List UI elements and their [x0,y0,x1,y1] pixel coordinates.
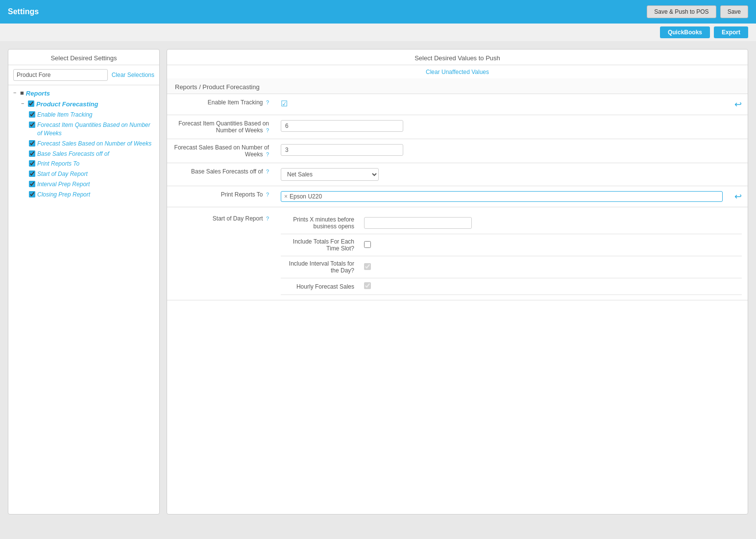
section-title: Reports / Product Forecasting [167,78,748,94]
input-forecast-qty[interactable] [281,120,403,132]
tree-label-reports: Reports [26,89,50,98]
tree-checkbox-4[interactable] [29,160,35,167]
help-icon-forecast-sales[interactable]: ? [266,151,269,157]
action-enable-item-tracking: ↩ [729,94,748,115]
tree-label-4: Print Reports To [37,160,79,168]
select-base-sales[interactable]: Net Sales Gross Sales Average Sales [281,168,379,181]
subheader: QuickBooks Export [0,24,756,41]
left-panel-header: Select Desired Settings [8,49,159,65]
label-start-of-day: Start of Day Report ? [167,207,275,300]
sub-label-include-totals: Include Totals For Each Time Slot? [281,234,359,256]
tag-input-container[interactable]: × Epson U220 [281,191,723,202]
row-base-sales: Base Sales Forecasts off of ? Net Sales … [167,163,748,186]
tag-text-input[interactable] [324,193,719,200]
tree-checkbox-2[interactable] [29,140,35,147]
tag-epson: × Epson U220 [284,193,322,200]
quickbooks-button[interactable]: QuickBooks [660,26,710,38]
settings-table: Enable Item Tracking ? ☑ ↩ Forecast Item… [167,94,748,300]
tree-item-reports[interactable]: − ■ Reports [13,89,154,98]
label-base-sales: Base Sales Forecasts off of ? [167,163,275,186]
action-forecast-sales [729,139,748,163]
tree-label-3: Base Sales Forecasts off of [37,150,109,158]
checkbox-include-totals[interactable] [364,241,371,248]
tree-item-0[interactable]: Enable Item Tracking [29,111,154,119]
save-push-button[interactable]: Save & Push to POS [647,5,716,18]
clear-selections-link[interactable]: Clear Selections [112,72,154,78]
row-start-of-day: Start of Day Report ? Prints X minutes b… [167,207,748,300]
action-base-sales [729,163,748,186]
sub-label-prints-minutes: Prints X minutes before business opens [281,212,359,234]
sub-label-hourly-forecast: Hourly Forecast Sales [281,278,359,295]
tree-item-2[interactable]: Forecast Sales Based on Number of Weeks [29,140,154,148]
value-print-reports: × Epson U220 [275,186,729,207]
right-panel: Select Desired Values to Push Clear Unaf… [167,49,748,514]
checkbox-interval-totals [364,263,371,270]
tree-children-product-forecasting: Enable Item Tracking Forecast Item Quant… [21,111,154,198]
row-forecast-sales: Forecast Sales Based on Number of Weeks … [167,139,748,163]
header-buttons: Save & Push to POS Save [647,5,748,18]
label-enable-item-tracking: Enable Item Tracking ? [167,94,275,115]
tree-label-7: Closing Prep Report [37,191,90,199]
tree-label-product-forecasting: Product Forecasting [36,100,98,109]
search-row: Clear Selections [8,65,159,85]
tree-checkbox-1[interactable] [29,122,35,128]
tree-label-6: Interval Prep Report [37,180,90,189]
sub-value-hourly-forecast [359,278,742,295]
header: Settings Save & Push to POS Save [0,0,756,24]
value-forecast-qty [275,115,729,139]
tree-checkbox-0[interactable] [29,111,35,118]
right-subheader: Clear Unaffected Values [167,65,748,78]
help-icon-base-sales[interactable]: ? [266,169,269,174]
input-prints-minutes[interactable] [364,217,472,229]
tree-item-7[interactable]: Closing Prep Report [29,191,154,199]
back-arrow-print[interactable]: ↩ [734,192,742,201]
action-print-reports: ↩ [729,186,748,207]
tree-children-reports: − Product Forecasting Enable Item Tracki… [13,100,154,198]
back-arrow-enable[interactable]: ↩ [734,99,742,109]
help-icon-forecast-qty[interactable]: ? [266,127,269,133]
sub-value-interval-totals [359,256,742,278]
tree-checkbox-product-forecasting[interactable] [28,100,34,107]
sub-row-hourly-forecast: Hourly Forecast Sales [281,278,742,295]
tree-item-1[interactable]: Forecast Item Quantities Based on Number… [29,121,154,138]
help-icon-enable[interactable]: ? [266,99,269,105]
tree-toggle-product-forecasting: − [21,100,26,106]
left-panel: Select Desired Settings Clear Selections… [8,49,160,514]
tree-item-6[interactable]: Interval Prep Report [29,180,154,189]
value-base-sales: Net Sales Gross Sales Average Sales [275,163,729,186]
sub-label-interval-totals: Include Interval Totals for the Day? [281,256,359,278]
input-forecast-sales[interactable] [281,144,403,156]
tree-checkbox-5[interactable] [29,171,35,177]
value-enable-item-tracking: ☑ [275,94,729,115]
tree-checkbox-3[interactable] [29,150,35,157]
tree-label-5: Start of Day Report [37,170,88,178]
tree-item-3[interactable]: Base Sales Forecasts off of [29,150,154,158]
checkbox-enable-item-tracking[interactable]: ☑ [281,99,288,108]
tree: − ■ Reports − Product Forecasting Enable… [8,85,159,514]
tree-label-2: Forecast Sales Based on Number of Weeks [37,140,151,148]
help-icon-print-reports[interactable]: ? [266,192,269,197]
row-forecast-qty: Forecast Item Quantities Based on Number… [167,115,748,139]
search-input[interactable] [13,69,108,81]
reports-folder-icon: ■ [20,89,24,97]
tree-label-1: Forecast Item Quantities Based on Number… [37,121,154,138]
label-forecast-sales: Forecast Sales Based on Number of Weeks … [167,139,275,163]
value-start-of-day: Prints X minutes before business opens I… [275,207,748,300]
action-forecast-qty [729,115,748,139]
help-icon-start-of-day[interactable]: ? [266,216,269,221]
app-title: Settings [8,7,39,16]
tree-checkbox-6[interactable] [29,181,35,187]
save-button[interactable]: Save [720,5,748,18]
tag-remove-epson[interactable]: × [284,193,288,200]
tree-item-5[interactable]: Start of Day Report [29,170,154,178]
tree-item-product-forecasting[interactable]: − Product Forecasting [21,100,154,109]
row-enable-item-tracking: Enable Item Tracking ? ☑ ↩ [167,94,748,115]
label-print-reports: Print Reports To ? [167,186,275,207]
tree-item-4[interactable]: Print Reports To [29,160,154,168]
export-button[interactable]: Export [714,26,748,38]
tree-checkbox-7[interactable] [29,191,35,197]
clear-unaffected-link[interactable]: Clear Unaffected Values [426,69,489,75]
value-forecast-sales [275,139,729,163]
sub-row-prints-minutes: Prints X minutes before business opens [281,212,742,234]
sub-row-interval-totals: Include Interval Totals for the Day? [281,256,742,278]
